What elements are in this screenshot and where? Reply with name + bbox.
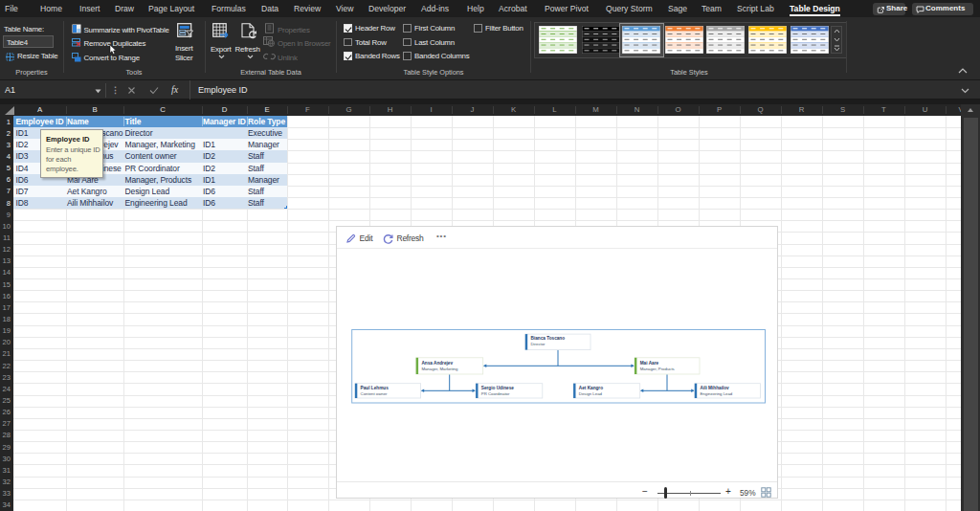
svg-text:Content owner: Content owner — [361, 390, 389, 395]
svg-text:Bianca Toscano: Bianca Toscano — [531, 336, 566, 341]
svg-text:Mai Aare: Mai Aare — [640, 360, 659, 365]
svg-text:Aet Kangro: Aet Kangro — [579, 385, 603, 389]
svg-text:Director: Director — [531, 342, 546, 346]
svg-text:Engineering Lead: Engineering Lead — [701, 390, 733, 395]
svg-text:PR Coordinator: PR Coordinator — [481, 390, 510, 395]
svg-text:Ansa Andrejev: Ansa Andrejev — [421, 360, 453, 365]
svg-text:Aili Mihhailov: Aili Mihhailov — [701, 385, 730, 389]
svg-text:Manager, Products: Manager, Products — [640, 366, 675, 370]
svg-text:Manager, Marketing: Manager, Marketing — [421, 366, 458, 370]
svg-text:Sergio Udinese: Sergio Udinese — [481, 385, 515, 389]
svg-text:Design Lead: Design Lead — [579, 390, 603, 395]
svg-text:Paul Lehmus: Paul Lehmus — [361, 385, 390, 389]
